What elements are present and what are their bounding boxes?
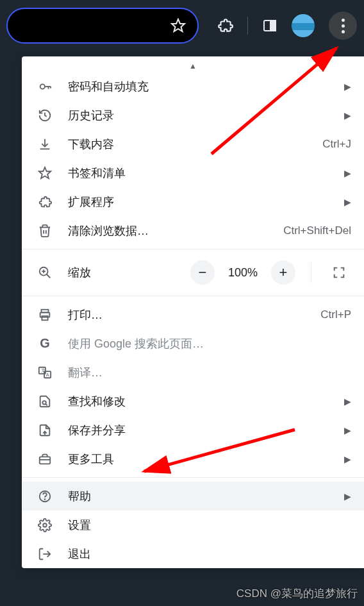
menu-label: 帮助	[68, 489, 321, 504]
star-icon	[37, 165, 53, 181]
menu-item-find-edit[interactable]: 查找和修改 ▶	[22, 387, 364, 416]
svg-rect-2	[270, 21, 276, 31]
zoom-in-icon	[37, 265, 53, 280]
translate-icon: 文A	[37, 365, 53, 380]
menu-item-exit[interactable]: 退出	[22, 539, 364, 568]
menu-item-bookmarks[interactable]: 书签和清单 ▶	[22, 158, 364, 187]
svg-line-9	[47, 274, 51, 278]
svg-text:文: 文	[41, 367, 46, 373]
menu-label: 使用 Google 搜索此页面…	[68, 336, 351, 351]
menu-label: 查找和修改	[68, 394, 321, 409]
menu-item-clear-data[interactable]: 清除浏览数据… Ctrl+Shift+Del	[22, 216, 364, 245]
svg-marker-7	[39, 167, 51, 178]
zoom-value: 100%	[225, 266, 261, 280]
menu-item-help[interactable]: 帮助 ▶	[22, 482, 364, 510]
help-icon	[37, 489, 53, 504]
submenu-arrow-icon: ▶	[344, 110, 351, 121]
menu-shortcut: Ctrl+Shift+Del	[283, 224, 351, 237]
file-share-icon	[37, 423, 53, 438]
svg-point-3	[40, 84, 45, 88]
menu-item-save-share[interactable]: 保存并分享 ▶	[22, 416, 364, 444]
menu-label: 历史记录	[68, 108, 321, 123]
svg-point-25	[45, 499, 46, 500]
profile-avatar[interactable]	[292, 14, 315, 37]
menu-divider	[22, 296, 364, 296]
menu-item-history[interactable]: 历史记录 ▶	[22, 101, 364, 130]
print-icon	[37, 307, 53, 323]
svg-text:A: A	[46, 371, 49, 377]
menu-item-settings[interactable]: 设置	[22, 510, 364, 539]
puzzle-icon	[37, 194, 53, 210]
menu-label: 翻译…	[68, 365, 351, 380]
google-icon: G	[37, 336, 53, 351]
fullscreen-button[interactable]	[327, 260, 351, 285]
menu-item-more-tools[interactable]: 更多工具 ▶	[22, 444, 364, 473]
zoom-label: 缩放	[68, 265, 175, 280]
gear-icon	[37, 518, 53, 533]
svg-line-20	[46, 403, 47, 405]
menu-item-translate[interactable]: 文A 翻译…	[22, 358, 364, 387]
extensions-puzzle-icon[interactable]	[217, 17, 233, 34]
toolbox-icon	[37, 451, 53, 467]
svg-marker-0	[172, 19, 185, 31]
menu-label: 更多工具	[68, 451, 321, 467]
more-menu-button[interactable]	[329, 12, 357, 40]
menu-divider	[22, 249, 364, 249]
chrome-main-menu: ▲ 密码和自动填充 ▶ 历史记录 ▶ 下载内容 Ctrl+J 书签和清单 ▶ 扩…	[22, 56, 364, 568]
menu-item-downloads[interactable]: 下载内容 Ctrl+J	[22, 130, 364, 158]
menu-label: 书签和清单	[68, 165, 321, 181]
submenu-arrow-icon: ▶	[344, 491, 351, 501]
menu-scroll-up-icon[interactable]: ▲	[22, 62, 364, 72]
menu-label: 扩展程序	[68, 194, 321, 210]
zoom-out-button[interactable]: −	[190, 260, 215, 285]
download-icon	[37, 137, 53, 152]
submenu-arrow-icon: ▶	[344, 81, 351, 92]
submenu-arrow-icon: ▶	[344, 396, 351, 407]
zoom-separator	[311, 262, 311, 283]
toolbar-actions	[217, 12, 357, 40]
menu-label: 下载内容	[68, 137, 307, 152]
watermark-text: CSDN @菜鸟的追梦旅行	[236, 586, 358, 601]
menu-label: 退出	[68, 546, 351, 562]
toolbar-separator	[247, 17, 248, 35]
menu-item-print[interactable]: 打印… Ctrl+P	[22, 300, 364, 329]
menu-item-search-page[interactable]: G 使用 Google 搜索此页面…	[22, 329, 364, 358]
menu-shortcut: Ctrl+J	[322, 138, 351, 151]
bookmark-star-icon[interactable]	[170, 18, 186, 33]
menu-item-extensions[interactable]: 扩展程序 ▶	[22, 187, 364, 216]
submenu-arrow-icon: ▶	[344, 197, 351, 207]
menu-label: 密码和自动填充	[68, 79, 321, 94]
menu-item-zoom: 缩放 − 100% +	[22, 253, 364, 292]
menu-label: 设置	[68, 518, 351, 533]
exit-icon	[37, 546, 53, 562]
menu-label: 清除浏览数据…	[68, 223, 268, 239]
svg-point-26	[43, 523, 47, 527]
submenu-arrow-icon: ▶	[344, 425, 351, 435]
find-in-page-icon	[37, 394, 53, 409]
menu-label: 保存并分享	[68, 423, 321, 438]
menu-label: 打印…	[68, 307, 305, 323]
menu-shortcut: Ctrl+P	[320, 308, 351, 321]
key-icon	[37, 79, 53, 94]
side-panel-icon[interactable]	[262, 18, 277, 33]
omnibox[interactable]	[6, 8, 199, 44]
menu-divider	[22, 477, 364, 478]
submenu-arrow-icon: ▶	[344, 454, 351, 464]
trash-icon	[37, 223, 53, 239]
zoom-in-button[interactable]: +	[271, 260, 295, 285]
menu-item-passwords[interactable]: 密码和自动填充 ▶	[22, 72, 364, 101]
browser-topbar	[0, 0, 364, 51]
history-icon	[37, 108, 53, 123]
submenu-arrow-icon: ▶	[344, 168, 351, 178]
